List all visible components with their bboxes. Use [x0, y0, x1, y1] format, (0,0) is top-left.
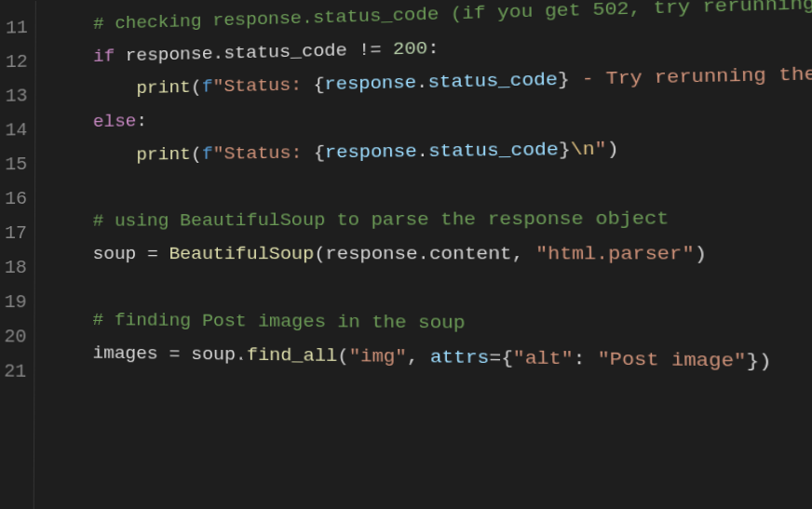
code-token: content [429, 243, 512, 264]
code-token: , [407, 346, 430, 368]
code-token: images [93, 343, 158, 365]
code-token: response [126, 44, 213, 66]
code-token: , [512, 243, 536, 264]
code-token: } [559, 139, 571, 161]
code-token: f [202, 143, 213, 165]
code-token: response [325, 243, 417, 264]
code-token: # using BeautifulSoup to parse the respo… [93, 208, 670, 232]
code-token: status_code [428, 139, 559, 162]
line-number: 17 [4, 216, 27, 250]
code-token [180, 344, 191, 366]
code-token: - Try rerunning the code [570, 62, 812, 91]
code-token: ( [191, 143, 202, 165]
code-token: : [427, 38, 440, 60]
code-token: . [236, 344, 247, 366]
code-token: { [501, 348, 513, 370]
code-token: ( [337, 346, 348, 368]
line-number: 19 [4, 285, 27, 319]
code-token: } [558, 69, 570, 91]
code-token: status_code [427, 69, 558, 93]
code-token [382, 39, 394, 60]
code-line[interactable]: soup = BeautifulSoup(response.content, "… [50, 236, 812, 273]
code-token: "html.parser" [535, 243, 695, 265]
code-token: . [416, 72, 428, 93]
code-line[interactable]: images = soup.find_all("img", attrs={"al… [49, 337, 812, 383]
code-token: != [359, 39, 382, 60]
code-token [347, 40, 359, 61]
code-token: . [417, 141, 429, 162]
code-token: soup [93, 244, 137, 264]
line-number: 14 [5, 113, 28, 147]
code-token: response [325, 141, 417, 163]
code-token: ) [695, 243, 708, 265]
line-number: 15 [4, 147, 27, 181]
code-token: = [169, 344, 181, 366]
code-token: print [136, 143, 191, 165]
code-token: print [136, 77, 191, 99]
code-token: : [573, 348, 597, 370]
code-token: . [417, 243, 429, 264]
code-token: "Status: [212, 74, 313, 98]
code-token: soup [191, 344, 236, 366]
code-token: ( [191, 77, 202, 99]
line-number: 12 [5, 45, 28, 79]
code-token: \n [571, 138, 595, 160]
code-token: . [212, 44, 223, 65]
code-token: if [93, 47, 115, 68]
code-token: f [202, 76, 213, 98]
code-token [136, 244, 147, 264]
code-token [158, 343, 169, 365]
code-token: }) [746, 350, 772, 373]
code-token: : [136, 111, 147, 131]
line-number-gutter: 1112131415161718192021 [0, 1, 36, 509]
code-token: status_code [223, 40, 347, 64]
code-token: " [594, 138, 606, 160]
code-token: ) [606, 138, 618, 160]
code-line[interactable]: # using BeautifulSoup to parse the respo… [50, 200, 812, 238]
code-token: "alt" [513, 348, 574, 370]
line-number: 20 [3, 319, 26, 354]
code-token: 200 [393, 38, 427, 60]
code-token: "img" [349, 346, 407, 368]
line-number: 13 [5, 79, 28, 114]
line-number: 18 [4, 250, 27, 285]
code-area[interactable]: # checking response.status_code (if you … [34, 0, 812, 509]
code-token: { [313, 74, 324, 96]
code-token: else [93, 112, 136, 133]
code-token: ( [314, 244, 325, 265]
line-number: 11 [5, 10, 28, 45]
code-token: = [147, 244, 158, 264]
code-token: = [489, 347, 501, 369]
line-number: 21 [3, 354, 26, 389]
code-token: "Post image" [598, 349, 747, 373]
code-token [158, 244, 169, 264]
code-token: # finding Post images in the soup [93, 310, 466, 334]
code-editor[interactable]: 1112131415161718192021 # checking respon… [0, 0, 812, 509]
line-number: 16 [4, 181, 27, 216]
code-token [115, 46, 126, 66]
code-token: "Status: [213, 141, 314, 164]
code-token: find_all [247, 345, 337, 368]
code-token: BeautifulSoup [169, 244, 314, 265]
code-token: { [314, 141, 325, 163]
code-token: attrs [430, 347, 490, 369]
code-token: response [325, 73, 417, 96]
